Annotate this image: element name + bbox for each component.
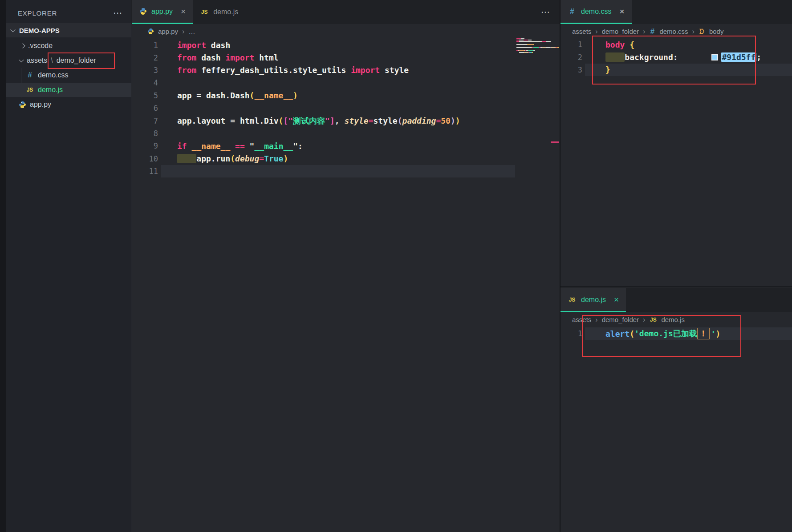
code-line[interactable]: 10 app.run(debug=True): [131, 153, 515, 165]
minimap-line: [516, 53, 548, 54]
minimap-segment: [519, 50, 524, 51]
line-number: 2: [560, 53, 585, 62]
code-text: [161, 77, 515, 89]
code-line[interactable]: 7app.layout = html.Div(["测试内容"], style=s…: [131, 114, 515, 127]
highlight-block: [605, 52, 625, 62]
code-line[interactable]: 3from feffery_dash_utils.style_utils imp…: [131, 64, 515, 77]
code-line[interactable]: 1body {: [560, 38, 792, 51]
explorer-sidebar: EXPLORER ⋯ DEMO-APPS .vscode assets \ de…: [0, 0, 131, 532]
code-line[interactable]: 9if __name__ == "__main__":: [131, 140, 515, 152]
code-token: body: [605, 40, 625, 49]
editor-group-js: JS demo.js × assets › demo_folder › JS d…: [560, 287, 792, 532]
line-number: 7: [131, 117, 161, 125]
breadcrumb-item[interactable]: demo_folder: [602, 316, 639, 323]
code-token: [625, 40, 630, 49]
code-token: ": [325, 116, 330, 125]
close-icon[interactable]: ×: [619, 7, 624, 16]
color-swatch-icon: [711, 54, 718, 60]
file-label: demo.css: [38, 71, 68, 79]
code-line[interactable]: 4: [131, 77, 515, 89]
code-token: __name__: [192, 141, 231, 151]
code-line[interactable]: 11: [131, 165, 515, 177]
code-line[interactable]: 2from dash import html: [131, 51, 515, 64]
folder-row-assets[interactable]: assets \ demo_folder: [6, 53, 131, 68]
minimap-segment: [546, 41, 551, 42]
editor-actions-icon[interactable]: ⋯: [541, 7, 560, 17]
code-line[interactable]: 8: [131, 127, 515, 140]
editor-group-main: app.py × JS demo.js ⋯ app.py › … 1import…: [131, 0, 560, 532]
close-icon[interactable]: ×: [614, 295, 619, 305]
code-token: style: [374, 116, 398, 125]
code-token: dash: [206, 40, 230, 50]
minimap-segment: [516, 38, 521, 39]
css-selector-icon: [699, 28, 705, 35]
minimap-segment: [528, 44, 534, 45]
folder-label: assets: [27, 56, 47, 64]
breadcrumb-item[interactable]: assets: [572, 316, 591, 323]
folder-row-vscode[interactable]: .vscode: [6, 39, 131, 53]
code-text: if __name__ == "__main__":: [161, 140, 515, 152]
code-token: ): [455, 116, 460, 125]
code-editor-demo-css[interactable]: 1body {2 background: #91d5ff;3}: [560, 38, 792, 76]
breadcrumb-item[interactable]: body: [709, 28, 724, 35]
tab-app-py[interactable]: app.py ×: [132, 0, 193, 24]
minimap-line: [516, 50, 548, 51]
minimap-line: [516, 52, 548, 53]
code-token: 测试内容: [293, 116, 325, 126]
chevron-right-icon: ›: [643, 28, 645, 36]
minimap-segment: [528, 40, 532, 40]
breadcrumb-item[interactable]: …: [188, 28, 195, 35]
code-text: [161, 102, 515, 114]
code-token: (: [230, 154, 235, 163]
breadcrumb-item[interactable]: app.py: [158, 28, 178, 35]
minimap[interactable]: [516, 38, 548, 55]
close-icon[interactable]: ×: [181, 7, 186, 16]
code-token: 50: [441, 116, 451, 125]
code-token: dash: [196, 53, 225, 62]
panel-divider-horizontal[interactable]: [560, 286, 792, 287]
minimap-line: [516, 41, 548, 42]
code-line[interactable]: 6: [131, 102, 515, 114]
code-line[interactable]: 1alert('demo.js已加载！'): [560, 327, 792, 340]
tab-demo-css[interactable]: # demo.css ×: [560, 0, 632, 24]
code-line[interactable]: 3}: [560, 64, 792, 76]
code-editor-demo-js[interactable]: 1alert('demo.js已加载！'): [560, 327, 792, 340]
file-row-demo-css[interactable]: # demo.css: [6, 68, 131, 82]
code-editor-app-py[interactable]: 1import dash2from dash import html3from …: [131, 39, 515, 177]
tab-bar: JS demo.js ×: [560, 288, 792, 312]
minimap-segment: [546, 47, 550, 48]
code-line[interactable]: 1import dash: [131, 39, 515, 51]
chevron-down-icon: [19, 57, 24, 62]
minimap-line: [516, 40, 548, 40]
breadcrumb-item[interactable]: assets: [572, 28, 591, 35]
file-row-demo-js[interactable]: JS demo.js: [6, 83, 131, 97]
minimap-segment: [542, 47, 546, 48]
file-row-app-py[interactable]: app.py: [6, 97, 131, 112]
code-token: [: [283, 116, 288, 125]
panel-divider-vertical[interactable]: [560, 0, 560, 532]
code-token: =: [436, 116, 441, 125]
minimap-segment: [542, 41, 547, 42]
more-actions-icon[interactable]: ⋯: [113, 8, 122, 18]
tab-demo-js-split[interactable]: JS demo.js ×: [560, 288, 626, 312]
code-token: padding: [402, 116, 436, 125]
line-number: 1: [560, 40, 585, 49]
minimap-segment: [532, 52, 533, 53]
code-line[interactable]: 2 background: #91d5ff;: [560, 51, 792, 63]
tab-demo-js[interactable]: JS demo.js: [193, 0, 245, 24]
breadcrumb-item[interactable]: demo_folder: [602, 28, 639, 35]
minimap-segment: [524, 40, 528, 40]
folder-label: .vscode: [28, 42, 53, 50]
code-text: from feffery_dash_utils.style_utils impo…: [161, 64, 515, 77]
file-label: app.py: [30, 101, 51, 109]
breadcrumb-item[interactable]: demo.css: [659, 28, 688, 35]
css-icon: #: [649, 27, 655, 36]
code-line[interactable]: 5app = dash.Dash(__name__): [131, 89, 515, 102]
minimap-line: [516, 46, 548, 47]
code-token: 'demo.js已加载: [634, 328, 697, 339]
code-token: alert: [605, 329, 630, 339]
workspace-section-header[interactable]: DEMO-APPS: [6, 23, 131, 37]
editor-group-css: # demo.css × assets › demo_folder › # de…: [560, 0, 792, 286]
breadcrumb-item[interactable]: demo.js: [661, 316, 685, 323]
code-token: __main__: [254, 141, 293, 151]
